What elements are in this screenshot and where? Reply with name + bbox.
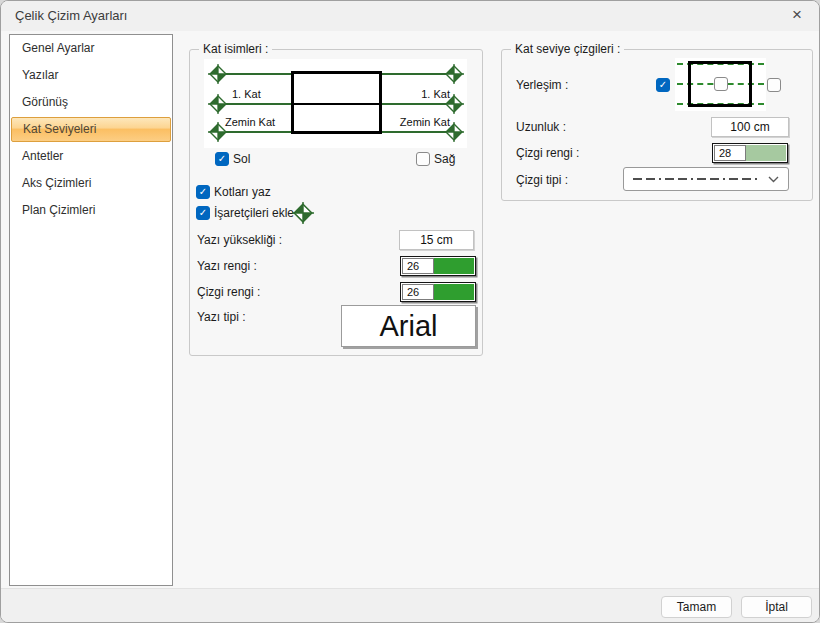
level-marker-icon <box>444 122 464 142</box>
font-select-button[interactable]: Arial <box>341 305 476 347</box>
seviye-cizgi-rengi-swatch <box>746 145 786 161</box>
yerlesim-label: Yerleşim : <box>516 78 568 92</box>
level-marker-icon <box>444 94 464 114</box>
checkbox-kotlari-yaz-label: Kotları yaz <box>214 185 271 199</box>
chevron-down-icon <box>768 176 779 183</box>
yazi-yuksekligi-input[interactable]: 15 cm <box>399 230 474 250</box>
yazi-yuksekligi-label: Yazı yüksekliği : <box>197 233 282 247</box>
sidebar-item-aks-cizimleri[interactable]: Aks Çizimleri <box>10 170 172 197</box>
level-marker-icon <box>292 202 314 224</box>
level-marker-icon <box>444 64 464 84</box>
floor-label-left-1kat: 1. Kat <box>230 88 263 101</box>
window-title: Çelik Çizim Ayarları <box>15 1 127 31</box>
seviye-cizgi-rengi-label: Çizgi rengi : <box>516 146 579 160</box>
level-marker-icon <box>208 94 228 114</box>
check-icon: ✓ <box>197 186 209 198</box>
cizgi-tipi-dropdown[interactable] <box>623 167 789 191</box>
sidebar-item-plan-cizimleri[interactable]: Plan Çizimleri <box>10 197 172 224</box>
cizgi-tipi-label: Çizgi tipi : <box>516 173 568 187</box>
cizgi-rengi-swatch <box>434 284 474 300</box>
checkbox-sag-label: Sağ <box>434 152 455 166</box>
checkbox-kotlari-yaz[interactable]: ✓ <box>196 185 210 199</box>
cizgi-rengi-index: 26 <box>402 284 434 300</box>
sidebar-item-kat-seviyeleri[interactable]: Kat Seviyeleri <box>11 117 171 142</box>
checkbox-yerlesim-right[interactable] <box>767 78 781 92</box>
ok-button[interactable]: Tamam <box>661 596 732 618</box>
sidebar-item-gorunus[interactable]: Görünüş <box>10 89 172 116</box>
checkbox-sol[interactable]: ✓ <box>215 152 229 166</box>
seviye-cizgi-rengi-index: 28 <box>714 145 746 161</box>
checkbox-yerlesim-center[interactable] <box>714 77 728 91</box>
check-icon: ✓ <box>216 153 228 165</box>
uzunluk-input[interactable]: 100 cm <box>711 117 789 137</box>
building-outline <box>291 71 382 134</box>
uzunluk-label: Uzunluk : <box>516 120 566 134</box>
building-floor-divider <box>294 103 379 105</box>
sidebar-item-yazilar[interactable]: Yazılar <box>10 62 172 89</box>
check-icon: ✓ <box>197 207 209 219</box>
floor-label-left-zeminkat: Zemin Kat <box>223 116 277 129</box>
level-line <box>218 103 292 105</box>
dialog-celik-cizim-ayarlari: Çelik Çizim Ayarları × Genel Ayarlar Yaz… <box>0 0 820 623</box>
sidebar: Genel Ayarlar Yazılar Görünüş Kat Seviye… <box>9 34 173 586</box>
cizgi-rengi-picker[interactable]: 26 <box>400 282 476 302</box>
level-line <box>380 73 454 75</box>
yazi-rengi-swatch <box>434 258 474 274</box>
floor-names-diagram: 1. Kat Zemin Kat 1. Kat Zemin Kat <box>204 59 467 148</box>
checkbox-sag[interactable] <box>416 152 430 166</box>
sidebar-item-genel-ayarlar[interactable]: Genel Ayarlar <box>10 35 172 62</box>
checkbox-isaretcileri-ekle-label: İşaretçileri ekle <box>214 206 294 220</box>
yazi-rengi-picker[interactable]: 26 <box>400 256 476 276</box>
close-icon[interactable]: × <box>783 1 811 31</box>
yazi-rengi-index: 26 <box>402 258 434 274</box>
level-line <box>380 103 454 105</box>
seviye-cizgi-rengi-picker[interactable]: 28 <box>712 143 788 163</box>
titlebar: Çelik Çizim Ayarları × <box>1 1 819 31</box>
level-marker-icon <box>208 64 228 84</box>
cancel-button[interactable]: İptal <box>741 596 812 618</box>
check-icon: ✓ <box>657 79 669 91</box>
level-marker-icon <box>208 122 228 142</box>
group-kat-isimleri-title: Kat isimleri : <box>199 42 272 56</box>
checkbox-isaretcileri-ekle[interactable]: ✓ <box>196 206 210 220</box>
group-kat-seviye-title: Kat seviye çizgileri : <box>511 42 624 56</box>
level-line <box>380 131 454 133</box>
placement-diagram <box>675 58 766 111</box>
level-line <box>218 131 292 133</box>
cizgi-rengi-label: Çizgi rengi : <box>197 285 260 299</box>
yazi-rengi-label: Yazı rengi : <box>197 259 257 273</box>
line-pattern-preview <box>633 177 761 181</box>
level-line <box>218 73 292 75</box>
sidebar-item-antetler[interactable]: Antetler <box>10 143 172 170</box>
checkbox-sol-label: Sol <box>233 152 250 166</box>
checkbox-yerlesim-left[interactable]: ✓ <box>656 78 670 92</box>
yazi-tipi-label: Yazı tipi : <box>197 310 245 324</box>
